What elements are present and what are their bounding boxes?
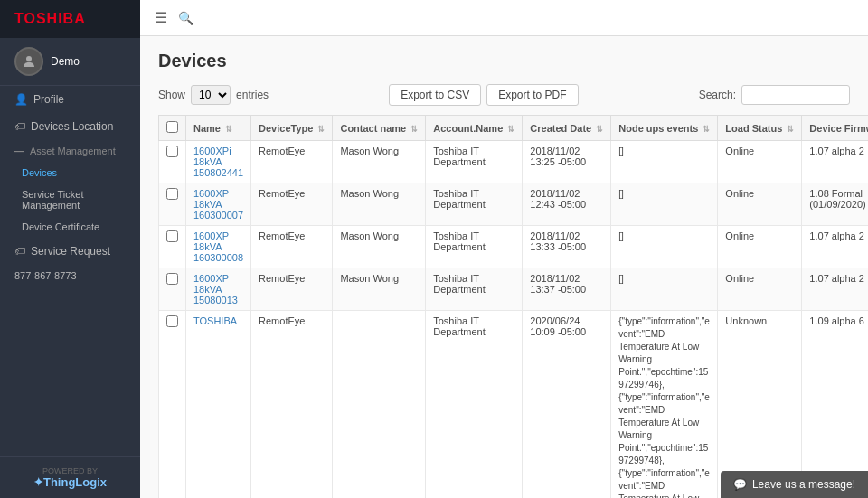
table-row: TOSHIBARemotEyeToshiba IT Department2020… — [159, 311, 869, 499]
device-name-link[interactable]: 1600XP 18kVA 15080013 — [193, 273, 238, 305]
demo-label: Demo — [51, 55, 80, 68]
sidebar-item-devices[interactable]: Devices — [0, 162, 140, 183]
row-account-cell: Toshiba IT Department — [426, 311, 523, 499]
toshiba-logo: TOSHIBA — [14, 11, 86, 27]
export-pdf-button[interactable]: Export to PDF — [486, 84, 578, 106]
row-firmware-cell: 1.07 alpha 2 — [802, 268, 868, 311]
sidebar: TOSHIBA Demo 👤 Profile 🏷 Devices Locatio… — [0, 0, 140, 498]
sidebar-profile[interactable]: Demo — [0, 38, 140, 86]
device-name-link[interactable]: 1600XP 18kVA 160300007 — [193, 188, 243, 221]
row-events-cell: [] — [611, 183, 718, 226]
row-status-cell: Online — [718, 268, 802, 311]
row-name-cell: 1600XPi 18kVA 150802441 — [186, 141, 251, 183]
row-checkbox[interactable] — [166, 273, 178, 285]
sidebar-service-ticket-label: Service Ticket Management — [22, 189, 118, 211]
sidebar-devices-label: Devices — [22, 167, 57, 178]
row-device-type-cell: RemotEye — [251, 183, 333, 226]
row-status-cell: Unknown — [718, 311, 802, 499]
th-node-events[interactable]: Node ups events ⇅ — [611, 116, 718, 141]
row-checkbox[interactable] — [166, 188, 178, 200]
row-account-cell: Toshiba IT Department — [426, 268, 523, 311]
device-name-link[interactable]: TOSHIBA — [193, 315, 237, 326]
row-account-cell: Toshiba IT Department — [426, 141, 523, 183]
row-name-cell: TOSHIBA — [186, 311, 251, 499]
row-firmware-cell: 1.08 Formal (01/09/2020) — [802, 183, 868, 226]
sidebar-item-device-certificate[interactable]: Device Certificate — [0, 216, 140, 238]
sidebar-item-service-ticket[interactable]: Service Ticket Management — [0, 183, 140, 216]
chat-bubble[interactable]: 💬 Leave us a message! — [721, 471, 868, 498]
sidebar-profile-label: Profile — [33, 93, 64, 106]
search-input[interactable] — [741, 85, 850, 105]
row-checkbox[interactable] — [166, 230, 178, 242]
th-name[interactable]: Name ⇅ — [186, 116, 251, 141]
sidebar-devices-location-label: Devices Location — [31, 120, 113, 133]
th-device-firmware[interactable]: Device Firmware ⇅ — [802, 116, 868, 141]
row-checkbox-cell — [159, 141, 186, 183]
th-created-date[interactable]: Created Date ⇅ — [523, 116, 611, 141]
tag-icon: 🏷 — [14, 120, 25, 133]
row-date-cell: 2018/11/02 12:43 -05:00 — [523, 183, 611, 226]
th-device-type[interactable]: DeviceType ⇅ — [251, 116, 333, 141]
row-device-type-cell: RemotEye — [251, 311, 333, 499]
row-name-cell: 1600XP 18kVA 160300008 — [186, 226, 251, 268]
row-contact-cell: Mason Wong — [333, 268, 426, 311]
device-name-link[interactable]: 1600XPi 18kVA 150802441 — [193, 146, 243, 178]
device-name-link[interactable]: 1600XP 18kVA 160300008 — [193, 230, 243, 263]
th-contact-name[interactable]: Contact name ⇅ — [333, 116, 426, 141]
phone-number: 877-867-8773 — [0, 265, 140, 287]
th-load-status[interactable]: Load Status ⇅ — [718, 116, 802, 141]
row-account-cell: Toshiba IT Department — [426, 226, 523, 268]
row-checkbox[interactable] — [166, 315, 178, 327]
sidebar-item-profile[interactable]: 👤 Profile — [0, 86, 140, 113]
row-date-cell: 2018/11/02 13:25 -05:00 — [523, 141, 611, 183]
row-contact-cell: Mason Wong — [333, 226, 426, 268]
row-device-type-cell: RemotEye — [251, 268, 333, 311]
export-csv-button[interactable]: Export to CSV — [389, 84, 481, 106]
svg-point-0 — [26, 56, 32, 61]
row-name-cell: 1600XP 18kVA 15080013 — [186, 268, 251, 311]
row-account-cell: Toshiba IT Department — [426, 183, 523, 226]
row-contact-cell: Mason Wong — [333, 141, 426, 183]
hamburger-icon[interactable]: ☰ — [155, 9, 167, 26]
row-events-cell: [] — [611, 268, 718, 311]
select-all-checkbox[interactable] — [166, 121, 178, 133]
sidebar-service-request-label: Service Request — [31, 245, 110, 258]
row-firmware-cell: 1.07 alpha 2 — [802, 141, 868, 183]
sidebar-footer: POWERED BY ✦ThingLogix — [0, 456, 140, 498]
minus-icon: — — [14, 146, 24, 156]
sidebar-item-devices-location[interactable]: 🏷 Devices Location — [0, 113, 140, 140]
sidebar-logo-area: TOSHIBA — [0, 0, 140, 38]
chat-label: Leave us a message! — [752, 478, 855, 491]
thinglogix-label: ✦ThingLogix — [14, 475, 126, 489]
row-status-cell: Online — [718, 141, 802, 183]
row-date-cell: 2018/11/02 13:37 -05:00 — [523, 268, 611, 311]
sidebar-item-service-request[interactable]: 🏷 Service Request — [0, 238, 140, 265]
row-events-cell: [] — [611, 226, 718, 268]
row-contact-cell: Mason Wong — [333, 183, 426, 226]
row-status-cell: Online — [718, 183, 802, 226]
chat-icon: 💬 — [733, 478, 747, 491]
sidebar-device-cert-label: Device Certificate — [22, 221, 99, 232]
show-entries-select[interactable]: 10 25 50 — [191, 85, 231, 105]
sidebar-section-asset-management[interactable]: — Asset Management — [0, 140, 140, 162]
search-label: Search: — [699, 89, 736, 101]
entries-label: entries — [236, 89, 269, 101]
row-firmware-cell: 1.09 alpha 6 — [802, 311, 868, 499]
search-area: Search: — [699, 85, 850, 105]
table-header-row: Name ⇅ DeviceType ⇅ Contact name ⇅ Accou… — [159, 116, 869, 141]
row-checkbox-cell — [159, 311, 186, 499]
show-entries-area: Show 10 25 50 entries — [158, 85, 269, 105]
export-buttons: Export to CSV Export to PDF — [389, 84, 578, 106]
row-checkbox-cell — [159, 268, 186, 311]
page-body: Devices Show 10 25 50 entries Export to … — [140, 36, 868, 498]
row-checkbox-cell — [159, 226, 186, 268]
search-icon[interactable]: 🔍 — [178, 11, 193, 25]
row-events-cell: [] — [611, 141, 718, 183]
th-account-name[interactable]: Account.Name ⇅ — [426, 116, 523, 141]
tag2-icon: 🏷 — [14, 245, 25, 258]
top-bar: ☰ 🔍 — [140, 0, 868, 36]
row-checkbox[interactable] — [166, 146, 178, 157]
row-name-cell: 1600XP 18kVA 160300007 — [186, 183, 251, 226]
devices-table: Name ⇅ DeviceType ⇅ Contact name ⇅ Accou… — [158, 115, 868, 498]
page-title: Devices — [158, 51, 850, 71]
